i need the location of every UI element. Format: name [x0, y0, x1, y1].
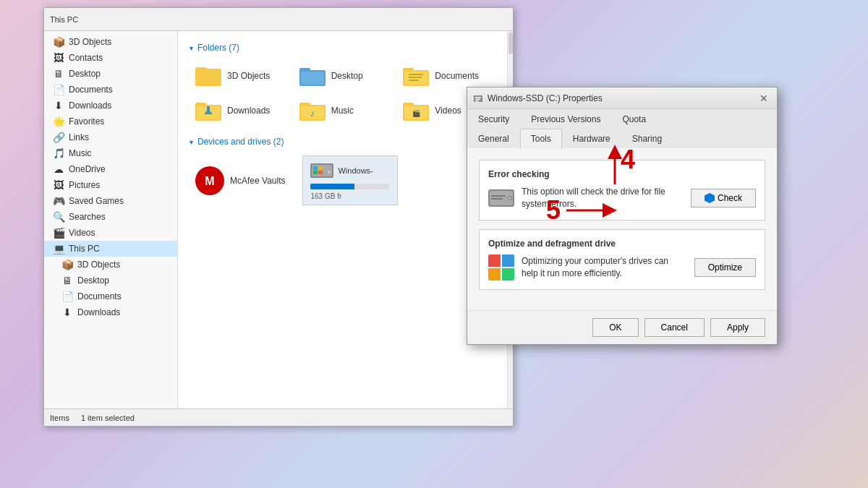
svg-text:♪: ♪ [310, 108, 315, 119]
defrag-icon [488, 254, 514, 281]
drive-progress-bar [310, 184, 390, 189]
3dobjects2-icon: 📦 [61, 259, 73, 270]
drive-name: Windows- [338, 166, 373, 175]
sidebar-item-3dobjects-sub[interactable]: 📦 3D Objects [44, 257, 177, 273]
sidebar-item-documents-sub[interactable]: 📄 Documents [44, 288, 177, 304]
3dobjects-icon: 📦 [53, 36, 64, 48]
svg-rect-1 [195, 68, 206, 73]
folder-name: Videos [435, 106, 461, 116]
sidebar-item-favorites[interactable]: 🌟 Favorites [44, 114, 177, 129]
svg-rect-32 [313, 171, 318, 174]
scrollbar-thumb [509, 33, 513, 54]
optimize-row: Optimizing your computer's drives can he… [488, 254, 756, 281]
downloads-icon: ⬇ [53, 100, 64, 111]
sidebar-item-downloads[interactable]: ⬇ Downloads [44, 98, 177, 114]
drive-icon [310, 160, 333, 181]
folder-item-desktop[interactable]: Desktop [294, 61, 392, 90]
sidebar-item-label: Music [69, 148, 91, 158]
folders-label: Folders (7) [197, 43, 239, 53]
folder-item-documents[interactable]: Documents [397, 61, 495, 90]
documents2-icon: 📄 [61, 291, 73, 302]
error-checking-text: This option will check the drive for fil… [522, 186, 684, 210]
svg-rect-31 [318, 166, 323, 170]
status-selected: 1 item selected [81, 414, 135, 422]
contacts-icon: 🖼 [53, 52, 64, 64]
sidebar-item-savedgames[interactable]: 🎮 Saved Games [44, 193, 177, 209]
tab-general[interactable]: General [467, 129, 520, 148]
sidebar-item-pictures[interactable]: 🖼 Pictures [44, 177, 177, 193]
sidebar-item-label: Links [69, 132, 89, 142]
drive-progress-fill [310, 184, 354, 189]
error-checking-section: Error checking This option will check th… [479, 160, 765, 221]
optimize-text: Optimizing your computer's drives can he… [522, 255, 687, 280]
device-item-mcafee[interactable]: M McAfee Vaults [190, 155, 291, 205]
folder-item-music[interactable]: ♪ Music [294, 96, 392, 125]
sidebar-item-searches[interactable]: 🔍 Searches [44, 209, 177, 225]
sidebar-item-3dobjects[interactable]: 📦 3D Objects [44, 34, 177, 50]
properties-dialog: Windows-SSD (C:) Properties ✕ Security P… [467, 87, 778, 345]
sidebar-item-desktop-sub[interactable]: 🖥 Desktop [44, 273, 177, 288]
folder-item-3dobjects[interactable]: 3D 3D Objects [190, 61, 288, 90]
dialog-titlebar: Windows-SSD (C:) Properties ✕ [467, 87, 777, 109]
folder-name: Documents [435, 71, 479, 81]
apply-button[interactable]: Apply [710, 318, 765, 337]
sidebar-item-label: Videos [69, 228, 95, 238]
main-content: ▾ Folders (7) 3D 3D Objects [178, 31, 507, 408]
devices-label: Devices and drives (2) [197, 137, 284, 147]
svg-rect-12 [409, 80, 419, 81]
cancel-button[interactable]: Cancel [644, 318, 705, 337]
device-item-windows-ssd[interactable]: Windows- 163 GB fr [302, 155, 398, 205]
shield-icon [705, 193, 715, 203]
sidebar-item-label: Desktop [69, 69, 101, 79]
folder-name: Downloads [227, 106, 270, 116]
sidebar-item-label: 3D Objects [77, 260, 120, 270]
favorites-icon: 🌟 [53, 116, 64, 127]
tab-previous-versions[interactable]: Previous Versions [520, 109, 611, 129]
explorer-title: This PC [50, 15, 78, 24]
sidebar-item-label: Documents [77, 291, 122, 301]
svg-rect-10 [409, 74, 423, 75]
sidebar-item-downloads-sub[interactable]: ⬇ Downloads [44, 304, 177, 320]
sidebar-item-label: Contacts [69, 53, 103, 63]
sidebar-item-label: Desktop [77, 275, 109, 286]
svg-text:🎬: 🎬 [412, 109, 421, 118]
sidebar-item-desktop[interactable]: 🖥 Desktop [44, 66, 177, 82]
svg-text:M: M [205, 175, 214, 187]
folders-grid: 3D 3D Objects Desktop [190, 61, 495, 125]
optimize-button[interactable]: Optimize [694, 258, 756, 277]
error-checking-title: Error checking [488, 169, 756, 179]
tab-tools[interactable]: Tools [520, 129, 562, 149]
folder-item-downloads[interactable]: Downloads [190, 96, 288, 125]
svg-text:3D: 3D [204, 74, 213, 82]
svg-rect-36 [475, 97, 481, 98]
folders-section-header[interactable]: ▾ Folders (7) [190, 43, 495, 53]
sidebar-item-onedrive[interactable]: ☁ OneDrive [44, 161, 177, 177]
dialog-titlebar-left: Windows-SSD (C:) Properties [473, 93, 603, 103]
tab-hardware[interactable]: Hardware [562, 129, 621, 148]
thispc-icon: 💻 [53, 243, 64, 254]
devices-chevron-icon: ▾ [190, 138, 193, 146]
tab-quota[interactable]: Quota [611, 109, 657, 129]
sidebar-item-label: Saved Games [69, 196, 124, 206]
sidebar-item-contacts[interactable]: 🖼 Contacts [44, 50, 177, 66]
check-button[interactable]: Check [691, 189, 756, 207]
dialog-close-button[interactable]: ✕ [757, 91, 771, 106]
tab-security[interactable]: Security [467, 109, 520, 129]
error-checking-row: This option will check the drive for fil… [488, 185, 756, 211]
tab-row-1: Security Previous Versions Quota [467, 109, 777, 129]
sidebar-item-music[interactable]: 🎵 Music [44, 145, 177, 161]
folder-icon-3dobjects: 3D [195, 66, 221, 86]
sidebar-item-documents[interactable]: 📄 Documents [44, 82, 177, 98]
sidebar-item-label: Downloads [77, 307, 120, 317]
svg-rect-17 [207, 106, 210, 112]
ok-button[interactable]: OK [592, 318, 638, 337]
devices-section-header[interactable]: ▾ Devices and drives (2) [190, 137, 495, 147]
pictures-icon: 🖼 [53, 179, 64, 191]
sidebar-item-links[interactable]: 🔗 Links [44, 129, 177, 145]
svg-rect-2 [197, 72, 220, 85]
tab-sharing[interactable]: Sharing [621, 129, 673, 148]
explorer-window: This PC 📦 3D Objects 🖼 Contacts 🖥 Deskto… [43, 7, 514, 427]
sidebar-item-thispc[interactable]: 💻 This PC [44, 241, 177, 257]
sidebar-item-videos[interactable]: 🎬 Videos [44, 225, 177, 241]
svg-rect-33 [318, 171, 323, 174]
